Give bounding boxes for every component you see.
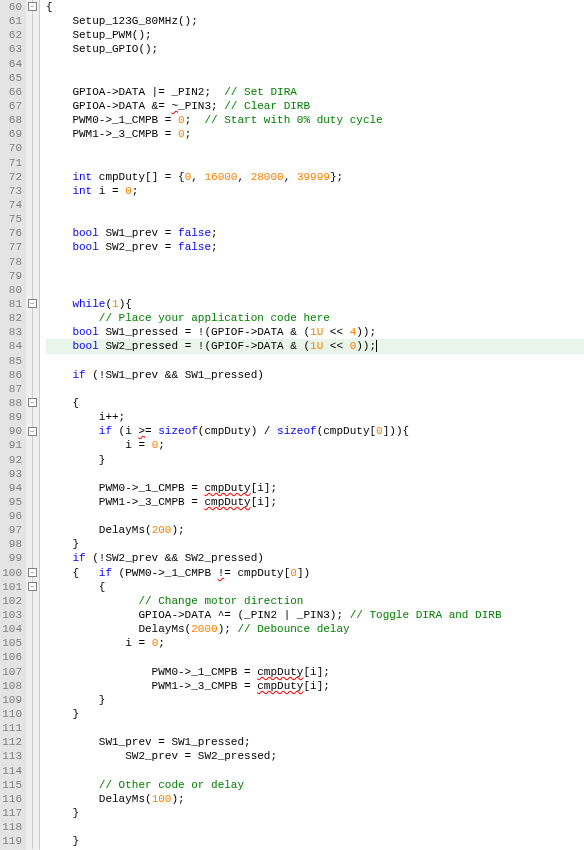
code-line[interactable] [46, 382, 584, 396]
code-line[interactable]: // Change motor direction [46, 594, 584, 608]
code-line[interactable] [46, 650, 584, 664]
code-line[interactable] [46, 269, 584, 283]
line-number: 68 [0, 113, 22, 127]
text-cursor [376, 340, 377, 352]
code-line[interactable] [46, 57, 584, 71]
line-number: 63 [0, 42, 22, 56]
line-number: 91 [0, 438, 22, 452]
code-line[interactable] [46, 509, 584, 523]
line-number: 77 [0, 240, 22, 254]
code-line[interactable] [46, 156, 584, 170]
code-line[interactable] [46, 467, 584, 481]
code-line[interactable]: PWM0->_1_CMPB = cmpDuty[i]; [46, 665, 584, 679]
line-number: 118 [0, 820, 22, 834]
code-line[interactable]: Setup_123G_80MHz(); [46, 14, 584, 28]
code-line[interactable]: i = 0; [46, 636, 584, 650]
line-number: 71 [0, 156, 22, 170]
code-line[interactable] [46, 764, 584, 778]
code-line[interactable]: } [46, 537, 584, 551]
fold-toggle-icon[interactable]: − [28, 2, 37, 11]
code-line[interactable]: Setup_GPIO(); [46, 42, 584, 56]
line-number: 119 [0, 834, 22, 848]
code-line[interactable] [46, 212, 584, 226]
code-line[interactable] [46, 71, 584, 85]
line-number: 96 [0, 509, 22, 523]
code-line[interactable]: DelayMs(100); [46, 792, 584, 806]
code-line[interactable]: i = 0; [46, 438, 584, 452]
code-line[interactable]: // Other code or delay [46, 778, 584, 792]
line-number: 90 [0, 424, 22, 438]
line-number: 100 [0, 566, 22, 580]
code-line[interactable]: } [46, 453, 584, 467]
line-number: 64 [0, 57, 22, 71]
code-line[interactable]: int i = 0; [46, 184, 584, 198]
line-number: 108 [0, 679, 22, 693]
code-line[interactable] [46, 354, 584, 368]
code-line[interactable]: bool SW1_pressed = !(GPIOF->DATA & (1U <… [46, 325, 584, 339]
line-number: 85 [0, 354, 22, 368]
line-number: 106 [0, 650, 22, 664]
code-line[interactable]: DelayMs(200); [46, 523, 584, 537]
line-number: 79 [0, 269, 22, 283]
code-line[interactable]: GPIOA->DATA |= _PIN2; // Set DIRA [46, 85, 584, 99]
code-line[interactable]: { [46, 396, 584, 410]
fold-toggle-icon[interactable]: − [28, 398, 37, 407]
code-line[interactable]: { if (PWM0->_1_CMPB != cmpDuty[0]) [46, 566, 584, 580]
line-number: 84 [0, 339, 22, 353]
code-line[interactable]: GPIOA->DATA ^= (_PIN2 | _PIN3); // Toggl… [46, 608, 584, 622]
line-number: 114 [0, 764, 22, 778]
line-number: 92 [0, 453, 22, 467]
code-line[interactable]: } [46, 707, 584, 721]
line-number: 70 [0, 141, 22, 155]
code-line[interactable]: while(1){ [46, 297, 584, 311]
code-area[interactable]: { Setup_123G_80MHz(); Setup_PWM(); Setup… [40, 0, 584, 850]
code-line[interactable]: DelayMs(2000); // Debounce delay [46, 622, 584, 636]
code-line[interactable]: i++; [46, 410, 584, 424]
code-line[interactable]: PWM1->_3_CMPB = cmpDuty[i]; [46, 679, 584, 693]
code-line[interactable]: if (!SW2_prev && SW2_pressed) [46, 551, 584, 565]
fold-gutter[interactable]: −−−−−− [26, 0, 40, 850]
code-line[interactable]: } [46, 834, 584, 848]
code-line[interactable] [46, 721, 584, 735]
code-line[interactable]: GPIOA->DATA &= ~_PIN3; // Clear DIRB [46, 99, 584, 113]
code-line[interactable]: int cmpDuty[] = {0, 16000, 28000, 39999}… [46, 170, 584, 184]
line-number: 62 [0, 28, 22, 42]
line-number-gutter: 6061626364656667686970717273747576777879… [0, 0, 26, 850]
line-number: 86 [0, 368, 22, 382]
code-line[interactable]: bool SW2_pressed = !(GPIOF->DATA & (1U <… [46, 339, 584, 353]
code-line[interactable] [46, 820, 584, 834]
code-line[interactable] [46, 283, 584, 297]
code-line[interactable]: SW2_prev = SW2_pressed; [46, 749, 584, 763]
code-line[interactable]: Setup_PWM(); [46, 28, 584, 42]
line-number: 94 [0, 481, 22, 495]
code-line[interactable]: if (!SW1_prev && SW1_pressed) [46, 368, 584, 382]
line-number: 72 [0, 170, 22, 184]
fold-toggle-icon[interactable]: − [28, 568, 37, 577]
line-number: 81 [0, 297, 22, 311]
line-number: 102 [0, 594, 22, 608]
code-line[interactable]: PWM1->_3_CMPB = cmpDuty[i]; [46, 495, 584, 509]
line-number: 98 [0, 537, 22, 551]
code-line[interactable] [46, 198, 584, 212]
code-line[interactable]: PWM1->_3_CMPB = 0; [46, 127, 584, 141]
code-line[interactable]: // Place your application code here [46, 311, 584, 325]
code-line[interactable]: } [46, 806, 584, 820]
code-line[interactable]: if (i >= sizeof(cmpDuty) / sizeof(cmpDut… [46, 424, 584, 438]
code-line[interactable]: bool SW2_prev = false; [46, 240, 584, 254]
line-number: 76 [0, 226, 22, 240]
code-line[interactable]: PWM0->_1_CMPB = 0; // Start with 0% duty… [46, 113, 584, 127]
code-line[interactable] [46, 255, 584, 269]
code-line[interactable] [46, 141, 584, 155]
fold-toggle-icon[interactable]: − [28, 299, 37, 308]
code-line[interactable]: } [46, 693, 584, 707]
line-number: 60 [0, 0, 22, 14]
line-number: 110 [0, 707, 22, 721]
code-line[interactable]: bool SW1_prev = false; [46, 226, 584, 240]
code-line[interactable]: { [46, 580, 584, 594]
code-line[interactable]: SW1_prev = SW1_pressed; [46, 735, 584, 749]
code-line[interactable]: { [46, 0, 584, 14]
fold-toggle-icon[interactable]: − [28, 582, 37, 591]
code-editor[interactable]: 6061626364656667686970717273747576777879… [0, 0, 584, 850]
code-line[interactable]: PWM0->_1_CMPB = cmpDuty[i]; [46, 481, 584, 495]
fold-toggle-icon[interactable]: − [28, 427, 37, 436]
